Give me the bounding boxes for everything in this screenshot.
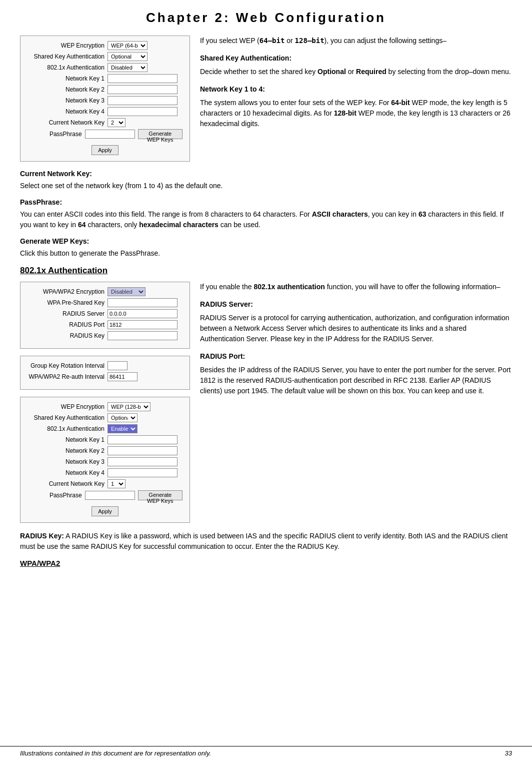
network-key1-row: Network Key 1 xyxy=(28,74,182,83)
radius-port-heading: RADIUS Port: xyxy=(200,351,512,362)
passphrase-row: PassPhrase Generate WEP Keys xyxy=(28,129,182,139)
network-key1-label: Network Key 1 xyxy=(28,75,108,82)
config-box-3: WEP Encryption WEP (128-bit) Shared Key … xyxy=(20,397,190,523)
group-key-label: Group Key Rotation Interval xyxy=(28,362,108,369)
dot1x2-label: 802.1x Authentication xyxy=(28,425,108,432)
config-box-group-key: Group Key Rotation Interval WPA/WPA2 Re-… xyxy=(20,356,190,390)
passphrase-input[interactable] xyxy=(85,130,135,139)
nk4-row2: Network Key 4 xyxy=(28,468,182,477)
shared-key-paragraph: Decide whether to set the shared key Opt… xyxy=(200,67,512,77)
wpa-psk-input[interactable] xyxy=(108,298,178,307)
radius-key-input[interactable] xyxy=(108,331,178,340)
optional-text: Optional xyxy=(318,68,346,76)
radius-key-label: RADIUS Key xyxy=(28,332,108,339)
dot1x-two-col: WPA/WPA2 Encryption Disabled WPA Pre-Sha… xyxy=(20,282,512,523)
passphrase2-label: PassPhrase xyxy=(28,492,85,499)
dot1x-auth-row: 802.1x Authentication Disabled xyxy=(28,63,182,72)
radius-server-row: RADIUS Server xyxy=(28,309,182,318)
wpa-enc-row: WPA/WPA2 Encryption Disabled xyxy=(28,287,182,296)
current-network-key-select[interactable]: 2 xyxy=(108,118,126,127)
current-network-key-row: Current Network Key 2 xyxy=(28,118,182,127)
shared-key2-select[interactable]: Optional xyxy=(108,413,138,422)
generate-heading: Generate WEP Keys: xyxy=(20,237,512,245)
radius-server-label: RADIUS Server xyxy=(28,310,108,317)
shared-key-auth-select[interactable]: Optional xyxy=(108,52,148,61)
network-key1-input[interactable] xyxy=(108,74,178,83)
apply-button-2[interactable]: Apply xyxy=(92,506,118,516)
current-key-heading: Current Network Key: xyxy=(20,170,512,178)
current-key-section: Current Network Key: Select one set of t… xyxy=(20,170,512,191)
network-key3-row: Network Key 3 xyxy=(28,96,182,105)
nk2-row2: Network Key 2 xyxy=(28,446,182,455)
dot1x-bold: 802.1x authentication xyxy=(254,283,324,291)
group-key-input[interactable] xyxy=(108,361,128,370)
wep-encryption-select[interactable]: WEP (64-bit) xyxy=(108,41,148,50)
current-key-text: Select one set of the network key (from … xyxy=(20,181,512,191)
radius-server-input[interactable] xyxy=(108,309,178,318)
cnk2-label: Current Network Key xyxy=(28,480,108,487)
radius-key-body: A RADIUS Key is like a password, which i… xyxy=(20,532,508,550)
page-footer: Illustrations contained in this document… xyxy=(0,746,532,757)
network-key4-label: Network Key 4 xyxy=(28,108,108,115)
dot1x-auth-label: 802.1x Authentication xyxy=(28,64,108,71)
128bit-label: 128-bit xyxy=(334,109,356,117)
radius-key-section: RADIUS Key: A RADIUS Key is like a passw… xyxy=(20,531,512,552)
cnk2-select[interactable]: 1 xyxy=(108,479,126,488)
nk1-label2: Network Key 1 xyxy=(28,436,108,443)
dot1x-intro: If you enable the 802.1x authentication … xyxy=(200,282,512,292)
radius-port-input[interactable] xyxy=(108,320,178,329)
nk3-input2[interactable] xyxy=(108,457,178,466)
network-key2-input[interactable] xyxy=(108,85,178,94)
radius-port-label: RADIUS Port xyxy=(28,321,108,328)
network-key2-row: Network Key 2 xyxy=(28,85,182,94)
generate-section: Generate WEP Keys: Click this button to … xyxy=(20,237,512,259)
reauth-input[interactable] xyxy=(108,372,138,381)
network-key3-input[interactable] xyxy=(108,96,178,105)
wep-encryption-label: WEP Encryption xyxy=(28,42,108,49)
wpa-heading: WPA/WPA2 xyxy=(20,559,512,567)
passphrase-label: PassPhrase xyxy=(28,131,85,138)
passphrase-section: PassPhrase: You can enter ASCII codes in… xyxy=(20,198,512,230)
nk2-input2[interactable] xyxy=(108,446,178,455)
section1-description: If you select WEP (64–bit or 128–bit), y… xyxy=(200,36,512,162)
dot1x-heading: 802.1x Authentication xyxy=(20,266,512,276)
nk3-label2: Network Key 3 xyxy=(28,458,108,465)
current-network-key-label: Current Network Key xyxy=(28,119,108,126)
radius-key-text: RADIUS Key: A RADIUS Key is like a passw… xyxy=(20,531,512,552)
network-key4-input[interactable] xyxy=(108,107,178,116)
shared-key-heading: Shared Key Authentication: xyxy=(200,53,512,64)
wep-enc2-select[interactable]: WEP (128-bit) xyxy=(108,402,150,411)
shared-key-auth-row: Shared Key Authentication Optional xyxy=(28,52,182,61)
generate-wep-keys-button[interactable]: Generate WEP Keys xyxy=(138,129,182,139)
nk1-input2[interactable] xyxy=(108,435,178,444)
wep-enc2-row: WEP Encryption WEP (128-bit) xyxy=(28,402,182,411)
group-key-row: Group Key Rotation Interval xyxy=(28,361,182,370)
nk4-input2[interactable] xyxy=(108,468,178,477)
ascii-bold: ASCII characters xyxy=(312,210,368,218)
wpa-enc-select[interactable]: Disabled xyxy=(108,287,146,296)
wpa-psk-label: WPA Pre-Shared Key xyxy=(28,299,108,306)
wep-64bit-text: 64–bit xyxy=(260,37,285,45)
dot1x2-select[interactable]: Enabled xyxy=(108,424,138,433)
radius-server-paragraph: RADIUS Server is a protocol for carrying… xyxy=(200,313,512,344)
network-key3-label: Network Key 3 xyxy=(28,97,108,104)
cnk2-row: Current Network Key 1 xyxy=(28,479,182,488)
dot1x-auth-select[interactable]: Disabled xyxy=(108,63,148,72)
nk4-label2: Network Key 4 xyxy=(28,469,108,476)
apply-button-1[interactable]: Apply xyxy=(92,145,118,155)
63-bold: 63 xyxy=(418,210,426,218)
reauth-label: WPA/WPA2 Re-auth Interval xyxy=(28,373,108,380)
passphrase-paragraph: You can enter ASCII codes into this fiel… xyxy=(20,209,512,230)
64bit-label: 64-bit xyxy=(391,99,410,107)
radius-key-heading-inline: RADIUS Key: xyxy=(20,532,64,540)
radius-server-heading: RADIUS Server: xyxy=(200,299,512,310)
64-bold: 64 xyxy=(78,221,86,229)
dot1x2-row: 802.1x Authentication Enabled xyxy=(28,424,182,433)
shared-key-auth-label: Shared Key Authentication xyxy=(28,53,108,60)
wep-enc2-label: WEP Encryption xyxy=(28,403,108,410)
passphrase2-input[interactable] xyxy=(85,491,135,500)
generate-wep-keys-button-2[interactable]: Generate WEP Keys xyxy=(138,490,182,500)
generate-text: Click this button to generate the PassPh… xyxy=(20,248,512,259)
radius-port-row: RADIUS Port xyxy=(28,320,182,329)
nk3-row2: Network Key 3 xyxy=(28,457,182,466)
